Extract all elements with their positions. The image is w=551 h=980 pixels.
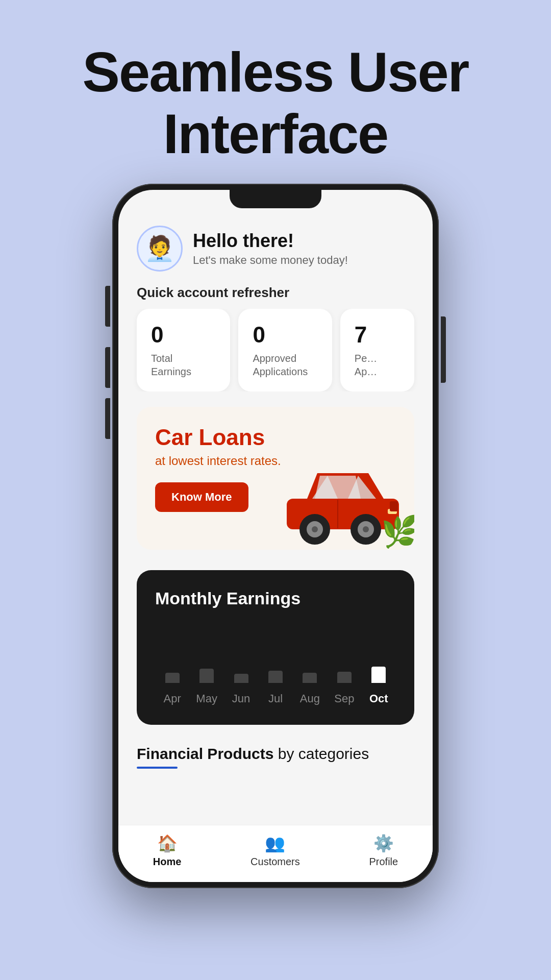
app-header: 🧑‍💼 Hello there! Let's make some money t… <box>118 215 433 280</box>
chart-bar-sep: Sep <box>327 672 361 705</box>
avatar: 🧑‍💼 <box>137 226 183 272</box>
profile-icon: ⚙️ <box>373 834 394 853</box>
bar-apr <box>165 673 180 683</box>
greeting-text: Hello there! <box>193 230 348 252</box>
pending-apps-label: Pe…Ap… <box>355 352 400 378</box>
customers-label: Customers <box>251 856 300 868</box>
nav-item-customers[interactable]: 👥 Customers <box>251 834 300 868</box>
bar-oct <box>371 667 386 683</box>
total-earnings-label: TotalEarnings <box>151 352 216 378</box>
chart-bar-may: May <box>189 669 223 705</box>
approved-apps-label: ApprovedApplications <box>253 352 317 378</box>
bar-may <box>199 669 214 683</box>
chart-bar-apr: Apr <box>155 673 189 705</box>
home-label: Home <box>153 856 182 868</box>
label-sep: Sep <box>334 692 354 705</box>
bar-jun <box>234 674 248 683</box>
nav-item-home[interactable]: 🏠 Home <box>153 834 182 868</box>
bar-aug <box>303 673 317 683</box>
phone-frame: 🧑‍💼 Hello there! Let's make some money t… <box>112 184 439 888</box>
fp-title-bold: Financial Products <box>137 745 273 762</box>
profile-label: Profile <box>369 856 398 868</box>
chart-bar-jun: Jun <box>224 674 258 705</box>
chart-bar-oct: Oct <box>362 667 396 705</box>
screen-content[interactable]: 🧑‍💼 Hello there! Let's make some money t… <box>118 190 433 882</box>
notch <box>230 190 321 208</box>
total-earnings-value: 0 <box>151 322 216 348</box>
stats-row: 0 TotalEarnings 0 ApprovedApplications 7… <box>118 309 433 391</box>
label-oct: Oct <box>369 692 388 705</box>
phone-mockup: 🧑‍💼 Hello there! Let's make some money t… <box>112 184 439 888</box>
label-aug: Aug <box>300 692 320 705</box>
financial-products-section: Financial Products by categories <box>118 730 433 779</box>
fp-title-normal: by categories <box>273 745 369 762</box>
nav-item-profile[interactable]: ⚙️ Profile <box>369 834 398 868</box>
stat-card-earnings: 0 TotalEarnings <box>137 309 230 391</box>
label-apr: Apr <box>164 692 181 705</box>
promo-card: Car Loans at lowest interest rates. Know… <box>137 407 414 550</box>
label-jun: Jun <box>232 692 250 705</box>
fp-title: Financial Products by categories <box>137 745 414 763</box>
page-title: Seamless User Interface <box>0 0 551 164</box>
svg-point-6 <box>312 526 318 532</box>
pending-apps-value: 7 <box>355 322 400 348</box>
fp-underline <box>137 767 178 769</box>
label-jul: Jul <box>268 692 283 705</box>
chart-bar-jul: Jul <box>258 671 292 705</box>
promo-section: Car Loans at lowest interest rates. Know… <box>118 391 433 555</box>
subtext: Let's make some money today! <box>193 254 348 267</box>
bottom-nav: 🏠 Home 👥 Customers ⚙️ Profile <box>118 825 433 882</box>
plant-decoration: 🌿 <box>381 513 414 550</box>
label-may: May <box>196 692 217 705</box>
bar-jul <box>268 671 283 683</box>
quick-refresher-label: Quick account refresher <box>118 280 433 309</box>
customers-icon: 👥 <box>265 834 285 853</box>
earnings-section: Monthly Earnings Apr May <box>118 555 433 730</box>
svg-rect-8 <box>390 501 398 511</box>
approved-apps-value: 0 <box>253 322 317 348</box>
stat-card-pending: 7 Pe…Ap… <box>340 309 414 391</box>
earnings-card: Monthly Earnings Apr May <box>137 570 414 725</box>
know-more-button[interactable]: Know More <box>155 482 248 512</box>
stat-card-approved: 0 ApprovedApplications <box>238 309 332 391</box>
chart-bar-aug: Aug <box>293 673 327 705</box>
chart-area: Apr May Jun <box>155 624 396 705</box>
header-text: Hello there! Let's make some money today… <box>193 230 348 267</box>
svg-point-3 <box>363 526 369 532</box>
earnings-title: Monthly Earnings <box>155 589 396 608</box>
home-icon: 🏠 <box>157 834 178 853</box>
bar-sep <box>337 672 352 683</box>
phone-screen: 🧑‍💼 Hello there! Let's make some money t… <box>118 190 433 882</box>
